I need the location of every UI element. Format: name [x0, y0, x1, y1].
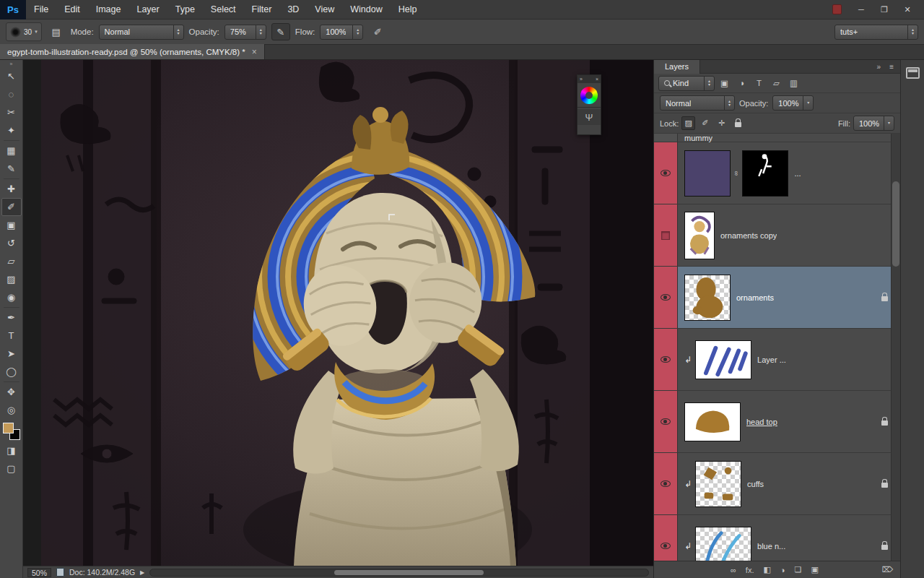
toggle-brush-panel-button[interactable]: ▤	[47, 23, 66, 40]
layer-name[interactable]: ornaments	[736, 293, 774, 302]
collapse-tools-icon[interactable]: »	[10, 61, 13, 67]
marquee-tool[interactable]: ◌	[1, 85, 22, 103]
visibility-toggle[interactable]	[654, 142, 678, 204]
document-tab[interactable]: egypt-tomb-illustration-ready.psd @ 50% …	[0, 44, 265, 59]
type-tool[interactable]: T	[1, 327, 22, 345]
layer-name[interactable]: blue n...	[757, 542, 785, 551]
filter-kind-select[interactable]: Kind ▴▾	[658, 76, 715, 91]
collapsed-panel-icon[interactable]	[906, 67, 920, 79]
collapse-panel-icon[interactable]: »	[877, 63, 881, 71]
airbrush-button[interactable]: ✐	[368, 23, 387, 40]
layer-name[interactable]: cuffs	[747, 480, 764, 488]
minimize-button[interactable]: ─	[850, 2, 872, 17]
layer-name[interactable]: mummy	[684, 134, 712, 142]
layer-thumbnail[interactable]	[695, 461, 741, 507]
layer-row-cuffs[interactable]: ↲ cuffs	[654, 453, 900, 515]
pen-tool[interactable]: ✒	[1, 309, 22, 327]
brush-tool[interactable]: ✐	[1, 198, 22, 216]
layer-name[interactable]: ...	[794, 169, 801, 178]
lock-image-pixels-button[interactable]: ✐	[698, 116, 712, 130]
layer-name[interactable]: ornaments copy	[720, 231, 777, 240]
new-layer-icon[interactable]: ▣	[811, 565, 818, 574]
status-menu-arrow-icon[interactable]: ▶	[140, 569, 144, 576]
crop-tool[interactable]: ▦	[1, 142, 22, 160]
horizontal-scrollbar[interactable]	[149, 569, 649, 577]
quick-selection-tool[interactable]: ✦	[1, 121, 22, 139]
layer-row-head-top[interactable]: head top	[654, 391, 900, 453]
filter-shape-icon[interactable]: ▱	[769, 76, 784, 90]
tab-layers[interactable]: Layers	[654, 60, 700, 74]
add-layer-mask-icon[interactable]: ◧	[763, 565, 770, 574]
menu-window[interactable]: Window	[342, 0, 390, 20]
layer-name[interactable]: head top	[746, 418, 777, 426]
menu-filter[interactable]: Filter	[244, 0, 280, 20]
blur-tool[interactable]: ◉	[1, 288, 22, 306]
menu-3d[interactable]: 3D	[279, 0, 307, 20]
clone-stamp-tool[interactable]: ▣	[1, 216, 22, 234]
zoom-tool[interactable]: ◎	[1, 401, 22, 419]
screen-mode-button[interactable]: ▢	[1, 460, 22, 478]
scrollbar-thumb[interactable]	[892, 181, 899, 267]
layer-blend-mode-select[interactable]: Normal ▴▾	[660, 95, 735, 111]
scrollbar-thumb[interactable]	[334, 570, 484, 575]
color-swatches[interactable]	[3, 423, 20, 440]
filter-type-icon[interactable]: T	[751, 76, 767, 90]
layer-row-blue-n[interactable]: ↲ blue n...	[654, 515, 900, 561]
new-group-icon[interactable]: ❏	[795, 565, 802, 574]
visibility-toggle[interactable]	[654, 134, 678, 142]
canvas-area[interactable]: » × Ψ 50% Doc: 140.2M/2.48G ▶	[23, 60, 653, 578]
close-window-button[interactable]: ✕	[897, 2, 918, 17]
panel-close-icon[interactable]: ×	[596, 77, 598, 82]
zoom-level-field[interactable]: 50%	[27, 568, 51, 577]
path-selection-tool[interactable]: ➤	[1, 345, 22, 363]
delete-layer-icon[interactable]: ⌦	[881, 565, 893, 574]
move-tool[interactable]: ↖	[1, 67, 22, 85]
gradient-tool[interactable]: ▨	[1, 270, 22, 288]
history-brush-tool[interactable]: ↺	[1, 234, 22, 252]
foreground-color-swatch[interactable]	[3, 423, 14, 434]
menu-type[interactable]: Type	[167, 0, 203, 20]
lock-all-button[interactable]	[731, 116, 745, 130]
restore-button[interactable]: ❐	[873, 2, 895, 17]
lock-transparent-pixels-button[interactable]: ▨	[681, 116, 695, 130]
opacity-select[interactable]: 75% ▴▾	[225, 25, 266, 40]
menu-select[interactable]: Select	[203, 0, 244, 20]
close-tab-icon[interactable]: ×	[252, 47, 257, 57]
menu-layer[interactable]: Layer	[128, 0, 167, 20]
brush-preset-picker[interactable]: 30 ▾	[6, 22, 42, 41]
link-layers-icon[interactable]: ∞	[731, 566, 736, 574]
eyedropper-tool[interactable]: ✎	[1, 160, 22, 178]
healing-brush-tool[interactable]: ✚	[1, 180, 22, 198]
mask-link-icon[interactable]: ∞	[733, 171, 740, 175]
visibility-toggle[interactable]	[654, 391, 678, 452]
layer-thumbnail[interactable]	[684, 275, 731, 321]
filter-adjustment-icon[interactable]: ◑	[734, 76, 749, 90]
color-wheel-panel[interactable]: » × Ψ	[577, 74, 601, 135]
menu-view[interactable]: View	[307, 0, 342, 20]
blend-mode-select[interactable]: Normal ▴▾	[99, 25, 184, 40]
menu-file[interactable]: File	[26, 0, 56, 20]
panel-collapse-icon[interactable]: »	[580, 77, 583, 82]
quick-mask-button[interactable]: ◨	[1, 441, 22, 460]
fill-select[interactable]: 100% ▾	[853, 116, 894, 131]
tablet-pressure-opacity-button[interactable]: ✎	[271, 23, 290, 40]
filter-smart-object-icon[interactable]: ▥	[786, 76, 801, 90]
layer-thumbnail[interactable]	[695, 527, 751, 561]
layer-thumbnail[interactable]	[684, 402, 741, 441]
canvas-artwork[interactable]	[41, 60, 653, 566]
panel-menu-icon[interactable]: ≡	[889, 63, 894, 71]
visibility-toggle[interactable]	[654, 267, 678, 328]
filter-image-icon[interactable]: ▣	[717, 76, 732, 90]
menu-image[interactable]: Image	[88, 0, 129, 20]
adjustment-layer-icon[interactable]: ◑	[780, 566, 785, 574]
hand-tool[interactable]: ✥	[1, 383, 22, 401]
eraser-tool[interactable]: ▱	[1, 252, 22, 270]
layer-thumbnail[interactable]	[695, 340, 751, 379]
layer-thumbnail[interactable]	[684, 150, 731, 197]
layer-effects-icon[interactable]: fx.	[746, 566, 754, 574]
visibility-toggle[interactable]	[654, 204, 678, 266]
lock-position-button[interactable]: ✛	[715, 116, 728, 130]
workspace-select[interactable]: tuts+ ▴▾	[834, 25, 918, 40]
mixer-icon[interactable]: Ψ	[578, 109, 601, 125]
layer-row-ornaments-copy[interactable]: ornaments copy	[654, 204, 900, 267]
